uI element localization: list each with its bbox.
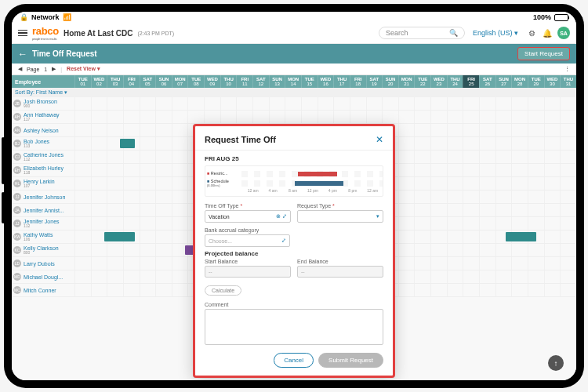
close-icon[interactable]: ✕ [376,134,383,145]
wifi-icon: 📶 [63,13,71,21]
page-header: ← Time Off Request Start Request [12,44,576,64]
start-balance-value: -- [205,266,291,278]
employee-column-header: Employee [12,75,74,88]
day-header[interactable]: WED30 [544,75,561,88]
projected-balance-title: Projected balance [205,250,383,257]
day-header[interactable]: TUE29 [528,75,544,88]
end-balance-value: -- [297,266,383,278]
day-header[interactable]: SUN06 [155,75,172,88]
day-header[interactable]: TUE22 [414,75,430,88]
global-search[interactable]: Search 🔍 [379,27,465,39]
network-label: Network [31,13,60,21]
page-title: Time Off Request [32,49,513,58]
scroll-top-fab[interactable]: ↑ [548,355,564,371]
day-header[interactable]: MON14 [285,75,301,88]
start-balance-label: Start Balance [205,259,291,264]
battery-level: 100% [533,13,551,21]
start-request-button[interactable]: Start Request [517,47,570,60]
cancel-button[interactable]: Cancel [274,353,314,368]
calculate-button[interactable]: Calculate [205,285,241,296]
bank-accrual-label: Bank accrual category [205,227,290,233]
day-header[interactable]: FRI11 [236,75,252,88]
toolbar: ◀ Page 1 ▶ | Reset View ▾ ⋮ [12,64,576,75]
lock-icon: 🔒 [20,13,28,21]
clock-label: (2:43 PM PDT) [137,31,174,36]
request-type-select[interactable]: ▾ [297,210,383,223]
battery-icon [554,14,568,21]
next-page-icon[interactable]: ▶ [52,66,56,72]
day-header[interactable]: MON21 [398,75,415,88]
day-header[interactable]: TUE08 [187,75,204,88]
employee-row[interactable]: AHAnn Hathaway117 [12,111,576,124]
day-header[interactable]: THU10 [220,75,237,88]
employee-row[interactable]: JBJosh Bronson900 [12,97,576,111]
day-header[interactable]: SUN27 [495,75,512,88]
screen: 🔒 Network 📶 100% rabco people time in re… [12,12,576,380]
prev-page-icon[interactable]: ◀ [18,66,22,72]
modal-title: Request Time Off ✕ [205,134,383,145]
bank-accrual-select[interactable]: Choose...⤢ [205,234,290,247]
day-header[interactable]: TUE15 [301,75,318,88]
time-off-type-select[interactable]: Vacation⊗ ⤢ [205,210,291,223]
submit-request-button[interactable]: Submit Request [318,353,383,368]
filter-icon[interactable]: ⋮ [564,66,570,72]
day-header[interactable]: WED23 [430,75,447,88]
day-header[interactable]: MON07 [172,75,188,88]
day-header[interactable]: THU31 [560,75,576,88]
request-type-label: Request Type [297,203,383,209]
day-header[interactable]: SUN13 [269,75,285,88]
modal-date: FRI AUG 25 [205,155,383,162]
schedule-grid: Employee TUE01WED02THU03FRI04SAT05SUN06M… [12,75,576,380]
day-header[interactable]: THU03 [107,75,123,88]
back-arrow-icon[interactable]: ← [18,49,27,60]
day-header[interactable]: FRI04 [123,75,140,88]
user-avatar[interactable]: SA [557,27,570,39]
day-header[interactable]: THU17 [333,75,350,88]
page-number: 1 [44,67,47,72]
day-header[interactable]: WED16 [318,75,334,88]
page-label: Page [27,67,39,72]
search-icon: 🔍 [449,29,458,37]
status-bar: 🔒 Network 📶 100% [12,12,576,23]
gear-icon[interactable]: ⚙ [526,27,537,38]
location-name[interactable]: Home At Last CDC [64,29,133,38]
hamburger-menu[interactable] [18,30,27,37]
day-header[interactable]: MON28 [511,75,528,88]
language-selector[interactable]: English (US) ▾ [473,29,518,37]
tablet-frame: 🔒 Network 📶 100% rabco people time in re… [4,4,584,388]
day-header[interactable]: FRI25 [463,75,479,88]
search-placeholder: Search [386,29,449,37]
day-header[interactable]: SAT12 [252,75,269,88]
day-header[interactable]: WED09 [204,75,220,88]
app-bar: rabco people time in results Home At Las… [12,23,576,44]
brand-logo: rabco people time in results [32,25,59,41]
day-header[interactable]: WED02 [91,75,107,88]
request-time-off-modal: Request Time Off ✕ FRI AUG 25 ■ Restric.… [193,124,395,378]
mini-timeline: ■ Restric... ■ Schedule(8.00hrs) 12 am4 … [205,165,383,197]
day-header[interactable]: SAT19 [366,75,383,88]
day-header[interactable]: SAT26 [479,75,495,88]
comment-textarea[interactable] [205,309,383,345]
bell-icon[interactable]: 🔔 [542,27,553,38]
day-header[interactable]: THU24 [447,75,463,88]
sort-bar[interactable]: Sort By: First Name ▾ [12,88,576,97]
time-off-type-label: Time Off Type [205,203,291,209]
day-header[interactable]: FRI18 [350,75,366,88]
day-header[interactable]: SAT05 [140,75,156,88]
day-header[interactable]: SUN20 [382,75,398,88]
reset-view[interactable]: Reset View ▾ [67,66,100,72]
day-header[interactable]: TUE01 [74,75,91,88]
comment-label: Comment [205,302,383,307]
end-balance-label: End Balance [297,259,383,264]
